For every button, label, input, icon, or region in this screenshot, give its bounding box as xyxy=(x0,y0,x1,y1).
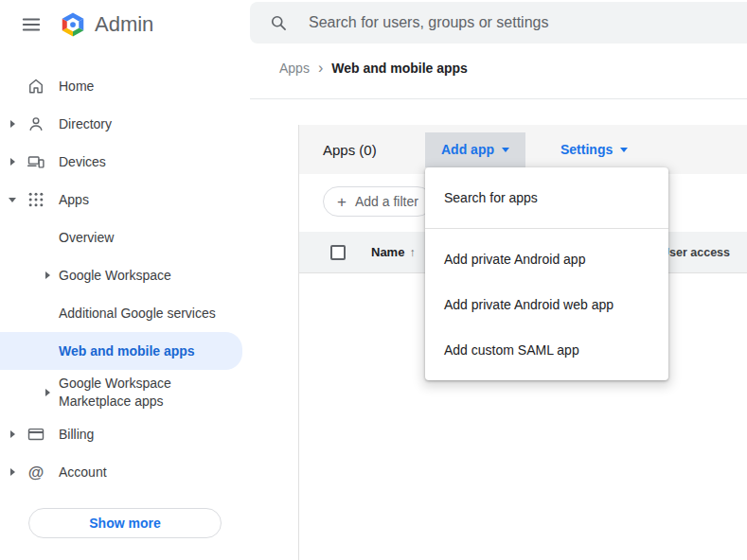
devices-icon xyxy=(25,152,47,171)
chevron-down-icon xyxy=(9,198,16,202)
sidebar-item-label: Google Workspace Marketplace apps xyxy=(59,375,225,411)
google-admin-logo-icon xyxy=(59,10,87,39)
select-all-checkbox[interactable] xyxy=(330,245,346,260)
add-filter-chip[interactable]: + Add a filter xyxy=(323,186,433,217)
breadcrumb: Apps › Web and mobile apps xyxy=(279,59,468,78)
add-app-button-label: Add app xyxy=(441,142,494,157)
sidebar-item-devices[interactable]: Devices xyxy=(0,143,250,181)
topbar: Admin xyxy=(0,0,250,49)
billing-icon xyxy=(25,425,47,444)
chevron-right-icon xyxy=(10,120,15,128)
sidebar-item-label: Account xyxy=(59,464,107,480)
name-header-label: Name xyxy=(371,245,404,259)
column-header-user-access[interactable]: User access xyxy=(661,246,730,259)
breadcrumb-chevron-icon: › xyxy=(318,61,323,75)
breadcrumb-current: Web and mobile apps xyxy=(331,61,468,76)
person-icon xyxy=(25,114,47,133)
chevron-right-icon xyxy=(10,468,15,476)
chevron-right-icon xyxy=(10,158,15,166)
sidebar-item-billing[interactable]: Billing xyxy=(0,415,250,453)
apps-grid-icon xyxy=(25,190,47,209)
brand-title: Admin xyxy=(95,12,153,37)
sidebar-item-overview[interactable]: Overview xyxy=(0,219,250,256)
sidebar-item-label: Additional Google services xyxy=(59,306,216,321)
settings-button[interactable]: Settings xyxy=(549,132,639,167)
sidebar-item-label: Overview xyxy=(59,230,114,245)
menu-item-add-private-android-web-app[interactable]: Add private Android web app xyxy=(425,282,668,327)
sidebar-item-account[interactable]: @ Account xyxy=(0,453,250,491)
chevron-right-icon xyxy=(45,271,50,279)
plus-icon: + xyxy=(337,194,347,210)
breadcrumb-apps-link[interactable]: Apps xyxy=(279,61,310,76)
menu-item-add-custom-saml-app[interactable]: Add custom SAML app xyxy=(425,327,668,373)
at-icon: @ xyxy=(25,464,47,481)
sidebar-item-home[interactable]: Home xyxy=(0,67,250,105)
add-filter-label: Add a filter xyxy=(355,194,418,209)
apps-count-label: Apps (0) xyxy=(323,142,425,158)
dropdown-arrow-icon xyxy=(502,148,509,152)
sidebar-item-google-workspace[interactable]: Google Workspace xyxy=(0,256,250,294)
divider xyxy=(250,98,747,99)
sidebar-item-additional-google-services[interactable]: Additional Google services xyxy=(0,294,250,332)
sidebar-item-label: Web and mobile apps xyxy=(59,343,195,359)
sidebar-item-directory[interactable]: Directory xyxy=(0,105,250,143)
search-bar[interactable] xyxy=(250,2,747,44)
menu-item-search-for-apps[interactable]: Search for apps xyxy=(425,175,668,220)
menu-icon[interactable] xyxy=(15,9,47,41)
sidebar-item-label: Apps xyxy=(59,192,89,207)
settings-button-label: Settings xyxy=(560,142,613,157)
search-input[interactable] xyxy=(307,13,723,32)
dropdown-arrow-icon xyxy=(620,148,628,152)
sidebar-item-label: Devices xyxy=(59,154,106,169)
menu-divider xyxy=(425,228,668,229)
sidebar-item-marketplace-apps[interactable]: Google Workspace Marketplace apps xyxy=(0,370,250,415)
sidebar-item-label: Directory xyxy=(59,116,112,131)
home-icon xyxy=(25,77,47,96)
sidebar-item-web-and-mobile-apps[interactable]: Web and mobile apps xyxy=(0,332,242,370)
menu-item-add-private-android-app[interactable]: Add private Android app xyxy=(425,236,668,282)
content-panel: Apps (0) Add app Settings + Add a filter… xyxy=(298,125,747,560)
sidebar: Home Directory Devices Apps Overview Goo… xyxy=(0,67,250,538)
chevron-right-icon xyxy=(45,389,50,396)
add-app-button[interactable]: Add app xyxy=(425,132,525,167)
add-app-menu: Search for apps Add private Android app … xyxy=(425,167,668,380)
chevron-right-icon xyxy=(10,430,15,438)
sidebar-item-label: Google Workspace xyxy=(59,268,171,283)
sidebar-item-apps[interactable]: Apps xyxy=(0,181,250,219)
sidebar-item-label: Home xyxy=(59,79,94,94)
sidebar-item-label: Billing xyxy=(59,427,94,442)
column-header-name[interactable]: Name↑ xyxy=(371,245,415,259)
show-more-button[interactable]: Show more xyxy=(28,508,222,538)
search-icon xyxy=(269,13,288,32)
sort-ascending-icon: ↑ xyxy=(409,246,415,259)
